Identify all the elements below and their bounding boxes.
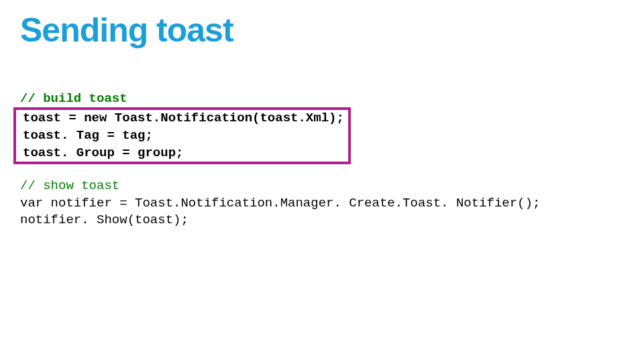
- code-line-new-toast: toast = new Toast.Notification(toast.Xml…: [23, 111, 344, 125]
- code-block: // build toast toast = new Toast.Notific…: [20, 73, 624, 229]
- code-line-tag: toast. Tag = tag;: [23, 128, 153, 143]
- code-line-notifier: var notifier = Toast.Notification.Manage…: [20, 196, 540, 210]
- slide-title: Sending toast: [20, 12, 624, 49]
- highlight-box: toast = new Toast.Notification(toast.Xml…: [13, 107, 351, 164]
- code-block-show: // show toast var notifier = Toast.Notif…: [20, 178, 624, 229]
- code-line-group: toast. Group = group;: [23, 145, 183, 160]
- slide: Sending toast // build toast toast = new…: [0, 0, 644, 362]
- code-comment-show: // show toast: [20, 178, 119, 193]
- code-line-show: notifier. Show(toast);: [20, 213, 189, 227]
- code-comment-build: // build toast: [20, 91, 127, 106]
